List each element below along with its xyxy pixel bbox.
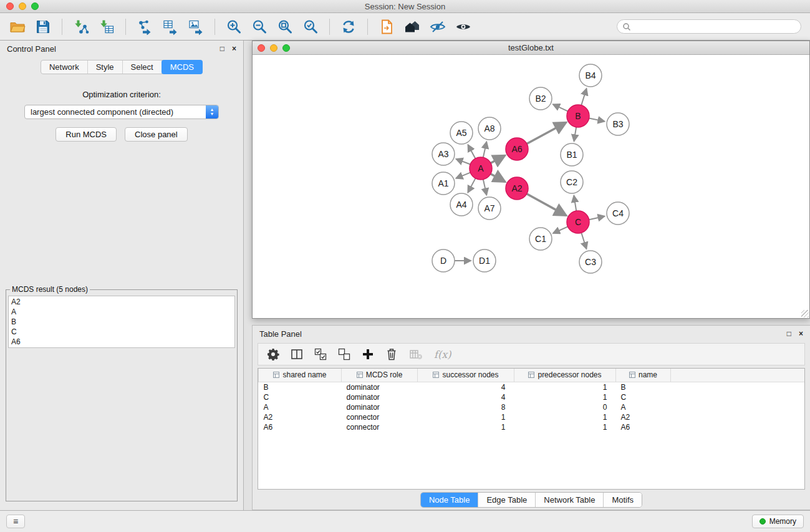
result-item[interactable]: A2 — [11, 297, 232, 307]
network-graph[interactable]: B4B2BB3B1A5A8A6A3AA1A2A4A7C2C4CC1C3DD1 — [253, 55, 809, 317]
export-network-button[interactable] — [135, 17, 155, 37]
refresh-button[interactable] — [339, 17, 359, 37]
cell-name[interactable]: C — [616, 392, 671, 402]
column-header-predecessor-nodes[interactable]: predecessor nodes — [514, 369, 616, 382]
table-settings-button[interactable] — [267, 347, 279, 361]
network-canvas[interactable]: B4B2BB3B1A5A8A6A3AA1A2A4A7C2C4CC1C3DD1 — [253, 55, 809, 318]
zoom-fit-button[interactable] — [275, 17, 295, 37]
network-close-button[interactable] — [258, 44, 265, 52]
tab-style[interactable]: Style — [88, 60, 123, 74]
show-graphics-details-button[interactable] — [453, 17, 473, 37]
save-session-button[interactable] — [33, 17, 53, 37]
network-zoom-button[interactable] — [282, 44, 290, 52]
graph-edge-B-B1[interactable] — [574, 127, 577, 142]
cell-mcds-role[interactable]: dominator — [342, 382, 418, 392]
zoom-out-button[interactable] — [249, 17, 269, 37]
cell-mcds-role[interactable]: connector — [342, 422, 418, 432]
cell-predecessor-nodes[interactable]: 1 — [514, 392, 616, 402]
table-row[interactable]: B dominator 4 1 B — [259, 382, 805, 392]
cell-successor-nodes[interactable]: 1 — [418, 412, 514, 422]
export-image-button[interactable] — [186, 17, 206, 37]
tab-network-table[interactable]: Network Table — [536, 493, 604, 507]
cell-mcds-role[interactable]: dominator — [342, 392, 418, 402]
minimize-window-button[interactable] — [19, 2, 26, 10]
cell-name[interactable]: A — [616, 402, 671, 412]
cell-predecessor-nodes[interactable]: 1 — [514, 412, 616, 422]
graph-edge-B-B3[interactable] — [589, 118, 605, 122]
zoom-window-button[interactable] — [31, 2, 39, 10]
cell-successor-nodes[interactable]: 4 — [418, 392, 514, 402]
cell-name[interactable]: B — [616, 382, 671, 392]
graph-edge-A-A5[interactable] — [468, 145, 476, 158]
tab-edge-table[interactable]: Edge Table — [478, 493, 536, 507]
import-table-button[interactable] — [97, 17, 117, 37]
open-document-button[interactable] — [377, 17, 397, 37]
column-header-name[interactable]: name — [616, 369, 671, 382]
graph-edge-B-B2[interactable] — [553, 104, 568, 111]
memory-button[interactable]: Memory — [752, 515, 804, 528]
graph-edge-A-A2[interactable] — [491, 174, 505, 182]
graph-edge-B-B4[interactable] — [581, 89, 586, 105]
tab-network[interactable]: Network — [41, 60, 88, 74]
close-window-button[interactable] — [6, 2, 14, 10]
graph-edge-A6-B[interactable] — [527, 122, 566, 143]
function-builder-button[interactable]: f(x) — [434, 347, 451, 361]
close-panel-button[interactable]: Close panel — [125, 127, 188, 142]
resize-handle[interactable] — [801, 310, 809, 317]
graph-edge-C-C1[interactable] — [553, 226, 568, 233]
column-header-mcds-role[interactable]: MCDS role — [342, 369, 418, 382]
delete-column-button[interactable] — [385, 347, 398, 361]
cell-shared-name[interactable]: A — [259, 402, 342, 412]
select-all-button[interactable] — [314, 347, 327, 361]
graph-edge-A-A1[interactable] — [456, 173, 470, 178]
delete-table-button[interactable] — [409, 347, 423, 361]
search-input[interactable] — [634, 22, 796, 31]
graph-edge-C-C2[interactable] — [574, 196, 576, 211]
cell-shared-name[interactable]: A2 — [259, 412, 342, 422]
table-row[interactable]: A6 connector 1 1 A6 — [259, 422, 805, 432]
result-item[interactable]: C — [11, 327, 232, 337]
criterion-dropdown[interactable]: largest connected component (directed) ▲… — [24, 105, 219, 119]
graph-edge-A-A3[interactable] — [456, 159, 471, 165]
node-table-container[interactable]: shared name MCDS role — [258, 368, 805, 490]
graph-edge-A-A6[interactable] — [491, 155, 505, 163]
cell-predecessor-nodes[interactable]: 0 — [514, 402, 616, 412]
close-panel-icon[interactable]: × — [232, 45, 236, 52]
tab-mcds[interactable]: MCDS — [162, 60, 203, 74]
table-row[interactable]: A2 connector 1 1 A2 — [259, 412, 805, 422]
cell-shared-name[interactable]: B — [259, 382, 342, 392]
tab-select[interactable]: Select — [123, 60, 162, 74]
cell-mcds-role[interactable]: connector — [342, 412, 418, 422]
show-column-button[interactable] — [291, 347, 303, 361]
search-field[interactable] — [617, 19, 801, 34]
home-view-button[interactable] — [402, 17, 422, 37]
graph-edge-A2-C[interactable] — [527, 194, 566, 216]
cell-mcds-role[interactable]: dominator — [342, 402, 418, 412]
import-network-button[interactable] — [71, 17, 91, 37]
close-panel-icon[interactable]: × — [799, 330, 803, 337]
result-item[interactable]: B — [11, 317, 232, 327]
tab-node-table[interactable]: Node Table — [421, 493, 479, 507]
cell-name[interactable]: A6 — [616, 422, 671, 432]
graph-edge-A-A8[interactable] — [483, 142, 486, 157]
cell-successor-nodes[interactable]: 8 — [418, 402, 514, 412]
run-mcds-button[interactable]: Run MCDS — [55, 127, 117, 142]
cell-successor-nodes[interactable]: 4 — [418, 382, 514, 392]
graph-edge-C-C3[interactable] — [581, 233, 586, 249]
float-panel-icon[interactable]: □ — [220, 45, 224, 52]
deselect-all-button[interactable] — [338, 347, 350, 361]
result-item[interactable]: A6 — [11, 337, 232, 347]
tab-motifs[interactable]: Motifs — [604, 493, 642, 507]
hide-graphics-details-button[interactable] — [428, 17, 448, 37]
mcds-result-list[interactable]: A2 A B C A6 — [8, 296, 235, 348]
float-panel-icon[interactable]: □ — [787, 330, 791, 337]
export-table-button[interactable] — [160, 17, 180, 37]
graph-edge-A-A7[interactable] — [483, 180, 486, 195]
add-column-button[interactable] — [362, 347, 374, 361]
zoom-selected-button[interactable] — [301, 17, 321, 37]
graph-edge-C-C4[interactable] — [589, 216, 605, 220]
cell-successor-nodes[interactable]: 1 — [418, 422, 514, 432]
column-header-shared-name[interactable]: shared name — [259, 369, 342, 382]
graph-edge-A-A4[interactable] — [468, 178, 475, 193]
zoom-in-button[interactable] — [224, 17, 244, 37]
